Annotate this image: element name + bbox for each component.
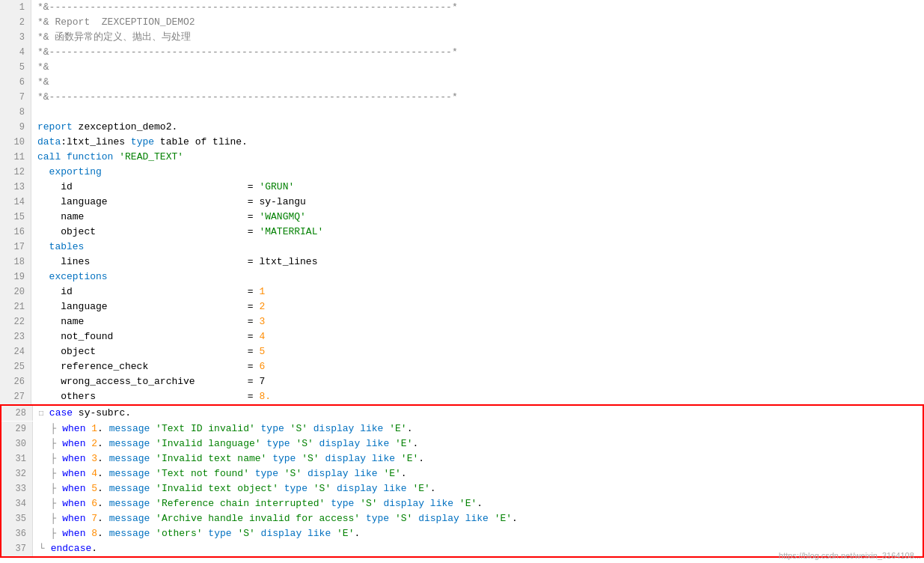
line-content: call function 'READ_TEXT' bbox=[31, 150, 924, 165]
line-content: ├ when 4. message 'Text not found' type … bbox=[33, 466, 923, 481]
line: 35 ├ when 7. message 'Archive handle inv… bbox=[1, 511, 923, 526]
line: 9report zexception_demo2. bbox=[0, 120, 924, 135]
line-number: 16 bbox=[0, 225, 31, 240]
line: 32 ├ when 4. message 'Text not found' ty… bbox=[1, 466, 923, 481]
line-number: 17 bbox=[0, 240, 31, 255]
line: 3*& 函数异常的定义、抛出、与处理 bbox=[0, 30, 924, 45]
line-content: ├ when 6. message 'Reference chain inter… bbox=[33, 496, 923, 511]
line: 21 language = 2 bbox=[0, 299, 924, 314]
line: 34 ├ when 6. message 'Reference chain in… bbox=[1, 496, 923, 511]
line-number: 35 bbox=[1, 511, 33, 526]
line-number: 7 bbox=[0, 90, 31, 105]
line-content: ├ when 1. message 'Text ID invalid' type… bbox=[33, 422, 923, 436]
line-content: ├ when 2. message 'Invalid language' typ… bbox=[33, 436, 923, 451]
line-content: language = sy-langu bbox=[31, 195, 924, 210]
line: 24 object = 5 bbox=[0, 344, 924, 359]
line: 18 lines = ltxt_lines bbox=[0, 255, 924, 270]
line: 6*& bbox=[0, 75, 924, 90]
line-number: 22 bbox=[0, 314, 31, 329]
line: 19 exceptions bbox=[0, 270, 924, 284]
line: 13 id = 'GRUN' bbox=[0, 180, 924, 195]
line-content: □ case sy-subrc. bbox=[33, 406, 923, 422]
line-content: ├ when 5. message 'Invalid text object' … bbox=[33, 481, 923, 496]
line-content: id = 1 bbox=[31, 284, 924, 299]
line-content: exceptions bbox=[31, 270, 924, 284]
line-content: not_found = 4 bbox=[31, 329, 924, 344]
line-number: 23 bbox=[0, 329, 31, 344]
line-content: ├ when 8. message 'others' type 'S' disp… bbox=[33, 526, 923, 541]
line-content: exporting bbox=[31, 165, 924, 180]
line-content: language = 2 bbox=[31, 299, 924, 314]
line: 30 ├ when 2. message 'Invalid language' … bbox=[1, 436, 923, 451]
line-number: 29 bbox=[1, 422, 33, 436]
line-content: *&--------------------------------------… bbox=[31, 45, 924, 60]
line: 16 object = 'MATERRIAL' bbox=[0, 225, 924, 240]
line-number: 4 bbox=[0, 45, 31, 60]
line: 1*&-------------------------------------… bbox=[0, 0, 924, 15]
line-content: name = 3 bbox=[31, 314, 924, 329]
watermark: https://blog.csdn.net/weixin_3164108... bbox=[779, 551, 921, 560]
line-number: 31 bbox=[1, 451, 33, 466]
line-number: 19 bbox=[0, 270, 31, 284]
line-content: id = 'GRUN' bbox=[31, 180, 924, 195]
line-content: *& Report ZEXCEPTION_DEMO2 bbox=[31, 15, 924, 30]
line-content: *&--------------------------------------… bbox=[31, 0, 924, 15]
line-number: 9 bbox=[0, 120, 31, 135]
line-content: ├ when 3. message 'Invalid text name' ty… bbox=[33, 451, 923, 466]
line: 12 exporting bbox=[0, 165, 924, 180]
line-content: reference_check = 6 bbox=[31, 359, 924, 374]
line-content: *& bbox=[31, 75, 924, 90]
line: 8 bbox=[0, 105, 924, 120]
line-content: object = 5 bbox=[31, 344, 924, 359]
line-number: 15 bbox=[0, 210, 31, 225]
line: 26 wrong_access_to_archive = 7 bbox=[0, 374, 924, 389]
line-number: 5 bbox=[0, 60, 31, 75]
line-number: 12 bbox=[0, 165, 31, 180]
line: 29 ├ when 1. message 'Text ID invalid' t… bbox=[1, 422, 923, 436]
line-content: ├ when 7. message 'Archive handle invali… bbox=[33, 511, 923, 526]
highlighted-block: 28□ case sy-subrc.29 ├ when 1. message '… bbox=[0, 404, 924, 558]
line-content: *& bbox=[31, 60, 924, 75]
line-content: others = 8. bbox=[31, 389, 924, 404]
line: 5*& bbox=[0, 60, 924, 75]
line: 2*& Report ZEXCEPTION_DEMO2 bbox=[0, 15, 924, 30]
line-number: 21 bbox=[0, 299, 31, 314]
line: 36 ├ when 8. message 'others' type 'S' d… bbox=[1, 526, 923, 541]
line-content: *&--------------------------------------… bbox=[31, 90, 924, 105]
line-number: 34 bbox=[1, 496, 33, 511]
line-number: 20 bbox=[0, 284, 31, 299]
line-number: 26 bbox=[0, 374, 31, 389]
line-content: tables bbox=[31, 240, 924, 255]
line-number: 13 bbox=[0, 180, 31, 195]
line: 10data:ltxt_lines type table of tline. bbox=[0, 135, 924, 150]
line-content: *& 函数异常的定义、抛出、与处理 bbox=[31, 30, 924, 45]
line-number: 28 bbox=[1, 406, 33, 421]
line-content: lines = ltxt_lines bbox=[31, 255, 924, 270]
line-number: 36 bbox=[1, 526, 33, 541]
line: 28□ case sy-subrc. bbox=[1, 406, 923, 422]
line: 31 ├ when 3. message 'Invalid text name'… bbox=[1, 451, 923, 466]
line-number: 32 bbox=[1, 466, 33, 481]
line: 25 reference_check = 6 bbox=[0, 359, 924, 374]
line-content: object = 'MATERRIAL' bbox=[31, 225, 924, 240]
line: 20 id = 1 bbox=[0, 284, 924, 299]
line-number: 33 bbox=[1, 481, 33, 496]
normal-lines: 1*&-------------------------------------… bbox=[0, 0, 924, 404]
line: 15 name = 'WANGMQ' bbox=[0, 210, 924, 225]
line: 17 tables bbox=[0, 240, 924, 255]
line: 14 language = sy-langu bbox=[0, 195, 924, 210]
line: 22 name = 3 bbox=[0, 314, 924, 329]
code-editor: 1*&-------------------------------------… bbox=[0, 0, 924, 563]
line-number: 14 bbox=[0, 195, 31, 210]
line-content: data:ltxt_lines type table of tline. bbox=[31, 135, 924, 150]
line: 11call function 'READ_TEXT' bbox=[0, 150, 924, 165]
line-number: 25 bbox=[0, 359, 31, 374]
line-number: 27 bbox=[0, 389, 31, 404]
line-content: name = 'WANGMQ' bbox=[31, 210, 924, 225]
line: 33 ├ when 5. message 'Invalid text objec… bbox=[1, 481, 923, 496]
line-content: report zexception_demo2. bbox=[31, 120, 924, 135]
code-area: 1*&-------------------------------------… bbox=[0, 0, 924, 563]
line-number: 1 bbox=[0, 0, 31, 15]
line-number: 24 bbox=[0, 344, 31, 359]
line-number: 2 bbox=[0, 15, 31, 30]
